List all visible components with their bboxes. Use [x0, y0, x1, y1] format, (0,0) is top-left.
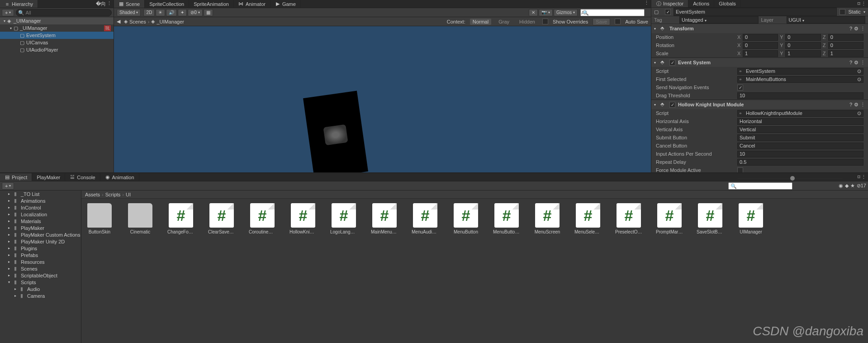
- project-tree-item[interactable]: ▸▮PlayMaker: [0, 224, 81, 231]
- scene-object[interactable]: [303, 91, 368, 172]
- x-input[interactable]: [743, 50, 778, 57]
- tab-menu-icon[interactable]: ⋮: [107, 0, 112, 7]
- hidden-toggle[interactable]: ⊘0: [188, 9, 203, 16]
- path-0[interactable]: Assets: [85, 192, 100, 197]
- component-header[interactable]: ▾ ⬘ Hollow Knight Input Module ? ⚙ ⋮: [651, 100, 868, 109]
- static-dropdown-icon[interactable]: ▾: [863, 10, 865, 14]
- project-item[interactable]: #SaveSlotButton: [697, 203, 724, 234]
- component-header[interactable]: ▾ ⬘ Event System ? ⚙ ⋮: [651, 58, 868, 67]
- scene-tab-spriteanimation[interactable]: SpriteAnimation: [189, 0, 234, 8]
- inspector-tab-inspector[interactable]: ⓘInspector: [651, 0, 688, 7]
- project-item[interactable]: #CoroutineQueue: [249, 203, 276, 234]
- enabled-checkbox[interactable]: [665, 9, 671, 15]
- text-input[interactable]: [737, 126, 863, 133]
- text-input[interactable]: [737, 92, 863, 99]
- y-input[interactable]: [785, 34, 821, 41]
- hidden-packages-icon[interactable]: ⊘17: [857, 183, 866, 189]
- preset-icon[interactable]: ⚙: [854, 26, 859, 32]
- breadcrumb-1[interactable]: _UIManager: [157, 19, 184, 24]
- camera-icon[interactable]: 📷: [539, 9, 553, 16]
- project-tab-playmaker[interactable]: PlayMaker: [32, 173, 65, 181]
- project-tree-item[interactable]: ▸▮Plugins: [0, 245, 81, 252]
- help-icon[interactable]: ?: [849, 102, 852, 108]
- project-item[interactable]: #PreselectOption: [615, 203, 642, 234]
- project-tree-item[interactable]: ▸▮Scenes: [0, 265, 81, 272]
- create-dropdown[interactable]: +: [2, 9, 14, 16]
- project-item[interactable]: Cinematic: [127, 203, 154, 234]
- component-enabled-checkbox[interactable]: [669, 60, 675, 66]
- project-tab-project[interactable]: ▤Project: [0, 173, 32, 181]
- object-name-input[interactable]: [674, 8, 837, 16]
- hierarchy-item[interactable]: ▢ EventSystem: [0, 32, 114, 39]
- show-overrides-check[interactable]: [542, 19, 548, 24]
- tab-menu-icon[interactable]: ⋮: [861, 174, 866, 180]
- object-field[interactable]: ▫EventSystem⊙: [737, 68, 863, 75]
- z-input[interactable]: [828, 50, 863, 57]
- lock-icon[interactable]: �向: [96, 0, 106, 7]
- project-item[interactable]: #ClearSaveButton: [208, 203, 235, 234]
- lock-icon[interactable]: ⌑: [858, 1, 860, 7]
- grid-toggle[interactable]: ▦: [204, 9, 213, 16]
- filter-by-type-icon[interactable]: ◉: [839, 183, 843, 189]
- project-item[interactable]: #MenuButtonList: [493, 203, 520, 234]
- z-input[interactable]: [828, 42, 863, 49]
- project-tree-item[interactable]: ▸▮PlayMaker Custom Actions: [0, 231, 81, 238]
- audio-toggle[interactable]: 🔊: [166, 9, 177, 16]
- help-icon[interactable]: ?: [849, 26, 852, 32]
- help-icon[interactable]: ?: [849, 60, 852, 66]
- scene-tab-spritecollection[interactable]: SpriteCollection: [145, 0, 189, 8]
- hierarchy-item[interactable]: ▢ UICanvas: [0, 39, 114, 46]
- hierarchy-search-input[interactable]: [16, 9, 112, 16]
- object-field[interactable]: ▫HollowKnightInputModule⊙: [737, 110, 863, 117]
- project-item[interactable]: #MenuScreen: [534, 203, 561, 234]
- project-item[interactable]: ButtonSkin: [86, 203, 113, 234]
- context-hidden[interactable]: Hidden: [517, 19, 538, 25]
- text-input[interactable]: [737, 143, 863, 149]
- object-field[interactable]: ▫MainMenuButtons⊙: [737, 76, 863, 83]
- text-input[interactable]: [737, 134, 863, 141]
- z-input[interactable]: [828, 34, 863, 41]
- project-item[interactable]: #MenuAudioCont...: [412, 203, 439, 234]
- project-item[interactable]: #PromptMarker: [656, 203, 683, 234]
- project-item[interactable]: #MenuSelectable: [574, 203, 602, 234]
- tools-icon[interactable]: ✕: [529, 9, 538, 16]
- static-checkbox[interactable]: [840, 9, 845, 15]
- fx-toggle[interactable]: ✦: [178, 9, 187, 16]
- path-2[interactable]: UI: [126, 192, 131, 197]
- object-picker-icon[interactable]: ⊙: [857, 76, 861, 82]
- light-toggle[interactable]: ☀: [156, 9, 165, 16]
- component-header[interactable]: ▾ ⬘ Transform ? ⚙ ⋮: [651, 24, 868, 33]
- inspector-tab-actions[interactable]: Actions: [688, 0, 714, 7]
- layer-dropdown[interactable]: UGUI: [787, 16, 866, 24]
- checkbox[interactable]: [737, 85, 743, 91]
- project-tree-item[interactable]: ▸▮ScriptableObject: [0, 272, 81, 279]
- project-tree-item[interactable]: ▸▮Resources: [0, 258, 81, 265]
- project-item[interactable]: #LogoLanguage: [330, 203, 357, 234]
- menu-icon[interactable]: ⋮: [860, 102, 865, 108]
- project-tree-item[interactable]: ▸▮Camera: [0, 292, 81, 299]
- project-tab-console[interactable]: ☱Console: [65, 173, 100, 181]
- project-item[interactable]: #UIManager: [737, 203, 764, 234]
- object-picker-icon[interactable]: ⊙: [857, 110, 861, 116]
- breadcrumb-0[interactable]: Scenes: [129, 19, 146, 24]
- scene-header[interactable]: ▾ ◈ _UIManager: [0, 17, 114, 24]
- scene-tab-game[interactable]: ▶Game: [270, 0, 301, 8]
- project-item[interactable]: #HollowKnightInp...: [289, 203, 317, 234]
- text-input[interactable]: [737, 159, 863, 166]
- context-normal[interactable]: Normal: [470, 19, 491, 25]
- text-input[interactable]: [737, 151, 863, 157]
- tab-menu-icon[interactable]: ⋮: [861, 1, 866, 7]
- preset-icon[interactable]: ⚙: [854, 60, 859, 66]
- project-item[interactable]: #MenuButton: [452, 203, 479, 234]
- hierarchy-item[interactable]: ▾ ▢ _UIManager 玩: [0, 24, 114, 32]
- back-button[interactable]: ◀: [117, 19, 120, 24]
- create-dropdown[interactable]: +: [2, 182, 14, 190]
- shading-dropdown[interactable]: Shaded: [117, 9, 141, 16]
- project-search-input[interactable]: [728, 182, 792, 190]
- project-item[interactable]: #ChangeFontBy...: [167, 203, 194, 234]
- autosave-check[interactable]: [615, 19, 621, 24]
- tab-menu-icon[interactable]: ⋮: [644, 0, 649, 8]
- scene-tab-animator[interactable]: ⋈Animator: [234, 0, 270, 8]
- hierarchy-item[interactable]: ▢ UIAudioPlayer: [0, 46, 114, 53]
- project-tree-item[interactable]: ▸▮Localization: [0, 211, 81, 218]
